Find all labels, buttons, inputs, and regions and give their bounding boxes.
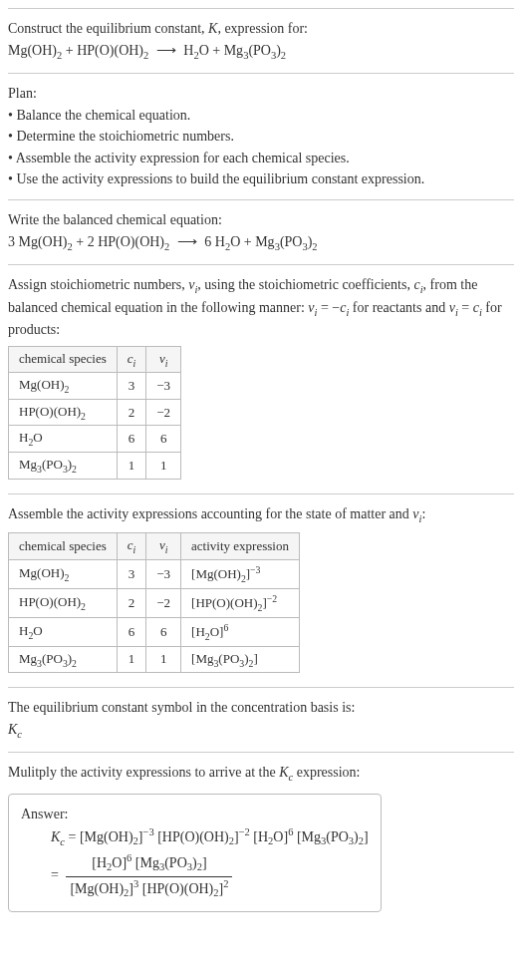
plan-bullet: • Assemble the activity expression for e… (8, 149, 514, 168)
symbol-section: The equilibrium constant symbol in the c… (8, 687, 514, 752)
col-species: chemical species (9, 346, 118, 373)
assemble-text: Assemble the activity expressions accoun… (8, 504, 514, 526)
table-row: HP(O)(OH)2 2 −2 [HP(O)(OH)2]−2 (9, 588, 300, 617)
assign-text: Assign stoichiometric numbers, νi, using… (8, 275, 514, 340)
cell-species: HP(O)(OH)2 (9, 399, 118, 426)
col-vi: νi (146, 533, 181, 560)
col-species: chemical species (9, 533, 118, 560)
symbol-value: Kc (8, 720, 514, 742)
intro-section: Construct the equilibrium constant, K, e… (8, 8, 514, 73)
cell-species: H2O (9, 617, 118, 646)
answer-line2: = [H2O]6 [Mg3(PO3)2] [Mg(OH)2]3 [HP(O)(O… (51, 851, 369, 900)
cell-ci: 3 (117, 373, 146, 400)
answer-line1: Kc = [Mg(OH)2]−3 [HP(O)(OH)2]−2 [H2O]6 [… (51, 825, 369, 849)
cell-species: HP(O)(OH)2 (9, 588, 118, 617)
cell-activity: [Mg3(PO3)2] (181, 646, 300, 673)
cell-vi: 1 (146, 453, 181, 480)
cell-ci: 1 (117, 453, 146, 480)
cell-ci: 6 (117, 426, 146, 453)
cell-ci: 3 (117, 559, 146, 588)
table-row: HP(O)(OH)2 2 −2 (9, 399, 181, 426)
answer-fraction: [H2O]6 [Mg3(PO3)2] [Mg(OH)2]3 [HP(O)(OH)… (66, 851, 232, 900)
cell-vi: 6 (146, 617, 181, 646)
stoich-table: chemical species ci νi Mg(OH)2 3 −3 HP(O… (8, 346, 181, 480)
table-header-row: chemical species ci νi activity expressi… (9, 533, 300, 560)
cell-activity: [HP(O)(OH)2]−2 (181, 588, 300, 617)
plan-bullet: • Determine the stoichiometric numbers. (8, 127, 514, 147)
balanced-section: Write the balanced chemical equation: 3 … (8, 199, 514, 264)
activity-table: chemical species ci νi activity expressi… (8, 532, 300, 673)
cell-activity: [H2O]6 (181, 617, 300, 646)
cell-ci: 6 (117, 617, 146, 646)
assign-section: Assign stoichiometric numbers, νi, using… (8, 264, 514, 493)
table-row: H2O 6 6 [H2O]6 (9, 617, 300, 646)
multiply-text: Mulitply the activity expressions to arr… (8, 763, 514, 785)
cell-species: H2O (9, 426, 118, 453)
balanced-equation: 3 Mg(OH)2 + 2 HP(O)(OH)2 ⟶ 6 H2O + Mg3(P… (8, 232, 514, 254)
col-ci: ci (117, 346, 146, 373)
cell-vi: −3 (146, 559, 181, 588)
answer-label: Answer: (21, 805, 369, 824)
col-activity: activity expression (181, 533, 300, 560)
intro-equation: Mg(OH)2 + HP(O)(OH)2 ⟶ H2O + Mg3(PO3)2 (8, 41, 514, 63)
cell-vi: −2 (146, 588, 181, 617)
cell-activity: [Mg(OH)2]−3 (181, 559, 300, 588)
multiply-section: Mulitply the activity expressions to arr… (8, 752, 514, 926)
plan-heading: Plan: (8, 84, 514, 104)
fraction-numerator: [H2O]6 [Mg3(PO3)2] (66, 851, 232, 876)
assemble-section: Assemble the activity expressions accoun… (8, 493, 514, 687)
cell-species: Mg3(PO3)2 (9, 646, 118, 673)
table-row: Mg3(PO3)2 1 1 (9, 453, 181, 480)
answer-box: Answer: Kc = [Mg(OH)2]−3 [HP(O)(OH)2]−2 … (8, 794, 382, 912)
cell-ci: 1 (117, 646, 146, 673)
fraction-denominator: [Mg(OH)2]3 [HP(O)(OH)2]2 (66, 877, 232, 901)
cell-vi: 6 (146, 426, 181, 453)
cell-species: Mg(OH)2 (9, 373, 118, 400)
intro-title: Construct the equilibrium constant, K, e… (8, 19, 514, 39)
plan-section: Plan: • Balance the chemical equation. •… (8, 73, 514, 199)
plan-bullet: • Balance the chemical equation. (8, 106, 514, 126)
cell-vi: −2 (146, 399, 181, 426)
balanced-heading: Write the balanced chemical equation: (8, 210, 514, 230)
table-row: Mg(OH)2 3 −3 (9, 373, 181, 400)
col-vi: νi (146, 346, 181, 373)
col-ci: ci (117, 533, 146, 560)
cell-species: Mg3(PO3)2 (9, 453, 118, 480)
cell-vi: −3 (146, 373, 181, 400)
cell-ci: 2 (117, 588, 146, 617)
cell-ci: 2 (117, 399, 146, 426)
symbol-text: The equilibrium constant symbol in the c… (8, 698, 514, 718)
table-row: Mg(OH)2 3 −3 [Mg(OH)2]−3 (9, 559, 300, 588)
cell-vi: 1 (146, 646, 181, 673)
table-header-row: chemical species ci νi (9, 346, 181, 373)
table-row: Mg3(PO3)2 1 1 [Mg3(PO3)2] (9, 646, 300, 673)
table-row: H2O 6 6 (9, 426, 181, 453)
cell-species: Mg(OH)2 (9, 559, 118, 588)
plan-bullet: • Use the activity expressions to build … (8, 169, 514, 189)
equals-sign: = (51, 867, 59, 882)
